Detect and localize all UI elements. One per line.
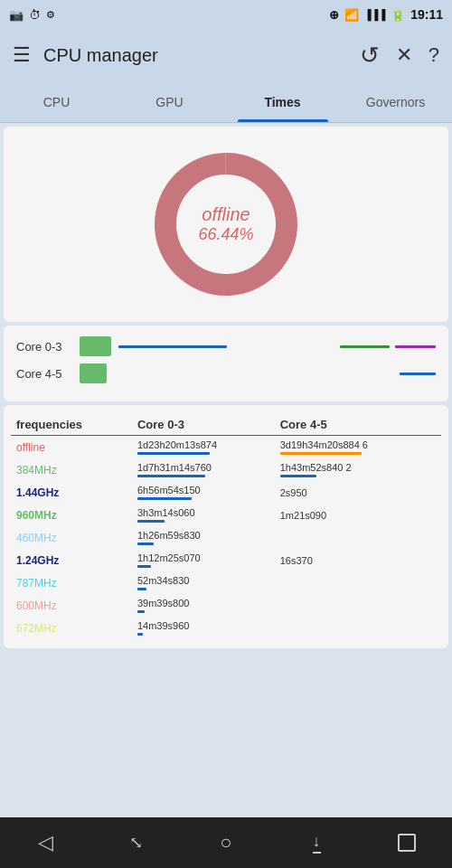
freq-section: frequencies Core 0-3 Core 4-5 offline1d2… xyxy=(4,405,448,648)
status-bar-right: ⊕ 📶 ▐▐▐ 🔋 19:11 xyxy=(329,7,443,22)
core45-value xyxy=(275,594,430,617)
donut-percent-label: 66.44% xyxy=(198,225,253,244)
core45-value: 1h43m52s840 2 xyxy=(275,458,430,481)
core03-value: 1h26m59s830 xyxy=(132,526,275,549)
donut-section: offline 66.44% xyxy=(4,127,448,322)
row-extra xyxy=(430,504,441,526)
core45-value xyxy=(275,571,430,594)
status-bar: 📷 ⏱ ⚙ ⊕ 📶 ▐▐▐ 🔋 19:11 xyxy=(0,0,452,29)
donut-center: offline 66.44% xyxy=(198,204,253,244)
camera-icon: 📷 xyxy=(9,8,24,22)
signal-icon: ▐▐▐ xyxy=(364,9,385,20)
freq-table: frequencies Core 0-3 Core 4-5 offline1d2… xyxy=(11,414,441,639)
download-button[interactable]: ↓ xyxy=(294,825,339,861)
timer-icon: ⏱ xyxy=(29,8,41,22)
menu-button[interactable]: ☰ xyxy=(13,43,31,67)
tab-gpu[interactable]: GPU xyxy=(113,81,226,122)
core03-green-bar xyxy=(80,336,111,356)
core45-label: Core 4-5 xyxy=(16,367,80,381)
row-extra xyxy=(430,571,441,594)
core45-row: Core 4-5 xyxy=(16,363,436,383)
freq-label: 460MHz xyxy=(11,526,132,549)
core45-value: 2s950 xyxy=(275,481,430,504)
core03-value: 3h3m14s060 xyxy=(132,504,275,526)
battery-icon: 🔋 xyxy=(391,8,405,22)
table-row: 384MHz1d7h31m14s7601h43m52s840 2 xyxy=(11,458,441,481)
row-extra xyxy=(430,436,441,459)
core03-value: 39m39s800 xyxy=(132,594,275,617)
tab-bar: CPU GPU Times Governors xyxy=(0,81,452,123)
status-icons-left: 📷 ⏱ ⚙ xyxy=(9,8,55,22)
col-extra xyxy=(430,414,441,436)
core45-value xyxy=(275,526,430,549)
core45-value: 3d19h34m20s884 6 xyxy=(275,436,430,459)
undo-button[interactable]: ↺ xyxy=(360,42,380,70)
col-frequencies: frequencies xyxy=(11,414,132,436)
usb-icon: ⚙ xyxy=(46,9,55,21)
core45-green-bar xyxy=(80,363,107,383)
core03-right-bars xyxy=(340,345,436,348)
core03-row: Core 0-3 xyxy=(16,336,436,356)
bluetooth-icon: ⊕ xyxy=(329,8,339,22)
right-green-bar xyxy=(340,345,390,348)
top-bar: ☰ CPU manager ↺ ✕ ? xyxy=(0,29,452,81)
table-row: offline1d23h20m13s8743d19h34m20s884 6 xyxy=(11,436,441,459)
compress-button[interactable]: ⤡ xyxy=(113,825,158,861)
row-extra xyxy=(430,617,441,639)
home-button[interactable]: ○ xyxy=(203,825,249,861)
freq-label: 1.44GHz xyxy=(11,481,132,504)
main-content: offline 66.44% Core 0-3 Core 4-5 xyxy=(0,123,452,817)
right-blue-bar xyxy=(400,373,436,375)
wifi-icon: 📶 xyxy=(344,8,359,22)
core-bar-section: Core 0-3 Core 4-5 xyxy=(4,326,448,401)
freq-label: 600MHz xyxy=(11,594,132,617)
freq-label: 787MHz xyxy=(11,571,132,594)
freq-label: 384MHz xyxy=(11,458,132,481)
core03-value: 52m34s830 xyxy=(132,571,275,594)
back-button[interactable]: ◁ xyxy=(23,825,68,861)
row-extra xyxy=(430,526,441,549)
core03-value: 1d23h20m13s874 xyxy=(132,436,275,459)
freq-label: 960MHz xyxy=(11,504,132,526)
freq-table-header: frequencies Core 0-3 Core 4-5 xyxy=(11,414,441,436)
top-actions: ↺ ✕ ? xyxy=(360,42,439,70)
freq-label: 1.24GHz xyxy=(11,549,132,571)
tab-governors[interactable]: Governors xyxy=(339,81,452,122)
close-button[interactable]: ✕ xyxy=(396,43,412,67)
bottom-nav: ◁ ⤡ ○ ↓ xyxy=(0,817,452,868)
table-row: 1.24GHz1h12m25s07016s370 xyxy=(11,549,441,571)
core45-value xyxy=(275,617,430,639)
core03-value: 14m39s960 xyxy=(132,617,275,639)
app-title: CPU manager xyxy=(43,45,360,66)
core03-label: Core 0-3 xyxy=(16,340,80,354)
core03-value: 1d7h31m14s760 xyxy=(132,458,275,481)
donut-offline-label: offline xyxy=(198,204,253,225)
freq-label: 672MHz xyxy=(11,617,132,639)
tab-cpu[interactable]: CPU xyxy=(0,81,113,122)
tab-times[interactable]: Times xyxy=(226,81,339,122)
core03-value: 1h12m25s070 xyxy=(132,549,275,571)
right-purple-bar xyxy=(395,345,436,348)
table-row: 960MHz3h3m14s0601m21s090 xyxy=(11,504,441,526)
core45-right-bars xyxy=(400,373,436,375)
donut-chart: offline 66.44% xyxy=(145,143,307,306)
row-extra xyxy=(430,594,441,617)
help-button[interactable]: ? xyxy=(428,43,439,67)
core45-value: 16s370 xyxy=(275,549,430,571)
table-row: 600MHz39m39s800 xyxy=(11,594,441,617)
core03-value: 6h56m54s150 xyxy=(132,481,275,504)
table-row: 672MHz14m39s960 xyxy=(11,617,441,639)
freq-label: offline xyxy=(11,436,132,459)
square-button[interactable] xyxy=(384,825,429,861)
col-core45: Core 4-5 xyxy=(275,414,430,436)
table-row: 460MHz1h26m59s830 xyxy=(11,526,441,549)
row-extra xyxy=(430,458,441,481)
row-extra xyxy=(430,549,441,571)
core45-value: 1m21s090 xyxy=(275,504,430,526)
status-time: 19:11 xyxy=(410,7,443,22)
col-core03: Core 0-3 xyxy=(132,414,275,436)
core03-bars xyxy=(80,336,340,356)
table-row: 1.44GHz6h56m54s1502s950 xyxy=(11,481,441,504)
row-extra xyxy=(430,481,441,504)
core03-blue-bar xyxy=(118,345,227,348)
